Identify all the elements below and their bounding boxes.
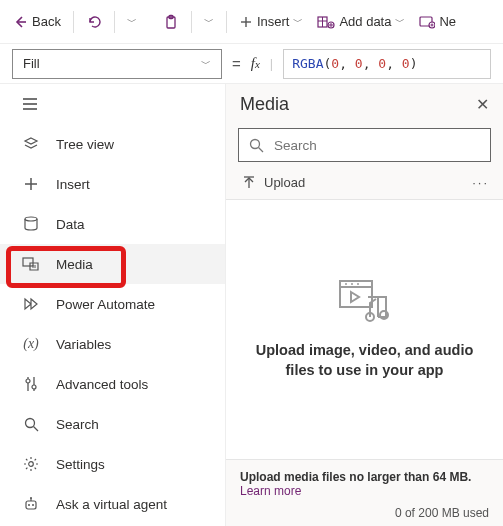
plus-icon: [22, 177, 40, 191]
media-placeholder-icon: [338, 279, 392, 323]
svg-line-35: [259, 147, 264, 152]
paste-button[interactable]: [157, 6, 185, 38]
fx-icon[interactable]: fx: [251, 55, 260, 72]
nav-label: Data: [56, 217, 85, 232]
empty-message: Upload image, video, and audio files to …: [246, 341, 483, 380]
svg-point-24: [26, 379, 30, 383]
upload-label: Upload: [264, 175, 305, 190]
add-data-label: Add data: [339, 14, 391, 29]
svg-line-27: [33, 426, 38, 431]
new-label: Ne: [439, 14, 456, 29]
add-data-menu[interactable]: Add data ﹀: [311, 6, 411, 38]
chevron-down-icon: ﹀: [395, 15, 405, 29]
plus-icon: [239, 15, 253, 29]
tools-icon: [22, 376, 40, 392]
new-screen-icon: [419, 15, 435, 29]
svg-point-26: [25, 418, 34, 427]
separator: [226, 11, 227, 33]
svg-point-33: [30, 497, 32, 499]
undo-button[interactable]: [80, 6, 108, 38]
svg-point-40: [345, 283, 347, 285]
new-menu[interactable]: Ne: [413, 6, 462, 38]
back-button[interactable]: Back: [6, 6, 67, 38]
separator: [191, 11, 192, 33]
search-icon: [22, 417, 40, 432]
svg-point-31: [32, 504, 34, 506]
property-selector[interactable]: Fill ﹀: [12, 49, 222, 79]
footer-text: Upload media files no larger than 64 MB.: [240, 470, 489, 484]
formula-fn: RGBA: [292, 56, 323, 71]
chevron-down-icon: ﹀: [201, 57, 211, 71]
svg-point-20: [25, 217, 37, 221]
layers-icon: [22, 136, 40, 152]
nav-media[interactable]: Media: [0, 244, 225, 284]
undo-dropdown[interactable]: ﹀: [121, 6, 143, 38]
back-arrow-icon: [12, 14, 28, 30]
command-bar: Back ﹀ ﹀ Insert ﹀ Add data ﹀ Ne: [0, 0, 503, 44]
usage-text: 0 of 200 MB used: [240, 506, 489, 520]
flow-icon: [22, 297, 40, 311]
svg-point-34: [251, 139, 260, 148]
insert-menu[interactable]: Insert ﹀: [233, 6, 310, 38]
gear-icon: [22, 456, 40, 472]
nav-tree-view[interactable]: Tree view: [0, 124, 225, 164]
empty-state: Upload image, video, and audio files to …: [226, 200, 503, 459]
nav-advanced-tools[interactable]: Advanced tools: [0, 364, 225, 404]
separator: [73, 11, 74, 33]
panel-title: Media: [240, 94, 289, 115]
svg-point-25: [32, 385, 36, 389]
panel-footer: Upload media files no larger than 64 MB.…: [226, 459, 503, 526]
nav-settings[interactable]: Settings: [0, 444, 225, 484]
more-icon[interactable]: ···: [472, 175, 489, 190]
nav-toggle[interactable]: [0, 84, 225, 124]
database-icon: [22, 216, 40, 232]
nav-label: Search: [56, 417, 99, 432]
close-icon[interactable]: ✕: [476, 95, 489, 114]
nav-label: Settings: [56, 457, 105, 472]
svg-point-30: [28, 504, 30, 506]
media-panel: Media ✕ Upload ···: [226, 84, 503, 526]
svg-point-42: [357, 283, 359, 285]
svg-rect-21: [23, 258, 33, 266]
nav-label: Advanced tools: [56, 377, 148, 392]
nav-search[interactable]: Search: [0, 404, 225, 444]
insert-label: Insert: [257, 14, 290, 29]
chevron-down-icon: ﹀: [204, 15, 214, 29]
chevron-down-icon: ﹀: [293, 15, 303, 29]
formula-input[interactable]: RGBA(0, 0, 0, 0): [283, 49, 491, 79]
variable-icon: (x): [22, 336, 40, 352]
svg-point-41: [351, 283, 353, 285]
nav-power-automate[interactable]: Power Automate: [0, 284, 225, 324]
separator: [114, 11, 115, 33]
learn-more-link[interactable]: Learn more: [240, 484, 489, 498]
nav-data[interactable]: Data: [0, 204, 225, 244]
media-icon: [22, 257, 40, 271]
media-search[interactable]: [238, 128, 491, 162]
upload-icon: [242, 176, 256, 190]
left-nav: Tree view Insert Data Media Power Automa…: [0, 84, 226, 526]
nav-label: Power Automate: [56, 297, 155, 312]
bot-icon: [22, 497, 40, 512]
search-input[interactable]: [272, 137, 480, 154]
nav-virtual-agent[interactable]: Ask a virtual agent: [0, 484, 225, 524]
equals-sign: =: [232, 55, 241, 72]
svg-rect-29: [26, 501, 36, 509]
property-name: Fill: [23, 56, 40, 71]
chevron-down-icon: ﹀: [127, 15, 137, 29]
nav-insert[interactable]: Insert: [0, 164, 225, 204]
search-icon: [249, 138, 264, 153]
nav-label: Tree view: [56, 137, 114, 152]
nav-label: Insert: [56, 177, 90, 192]
upload-button[interactable]: Upload: [242, 175, 305, 190]
nav-variables[interactable]: (x) Variables: [0, 324, 225, 364]
nav-label: Media: [56, 257, 93, 272]
nav-label: Ask a virtual agent: [56, 497, 167, 512]
nav-label: Variables: [56, 337, 111, 352]
data-icon: [317, 15, 335, 29]
svg-point-28: [29, 462, 34, 467]
back-label: Back: [32, 14, 61, 29]
svg-rect-39: [340, 281, 372, 287]
paste-dropdown[interactable]: ﹀: [198, 6, 220, 38]
formula-bar: Fill ﹀ = fx | RGBA(0, 0, 0, 0): [0, 44, 503, 84]
